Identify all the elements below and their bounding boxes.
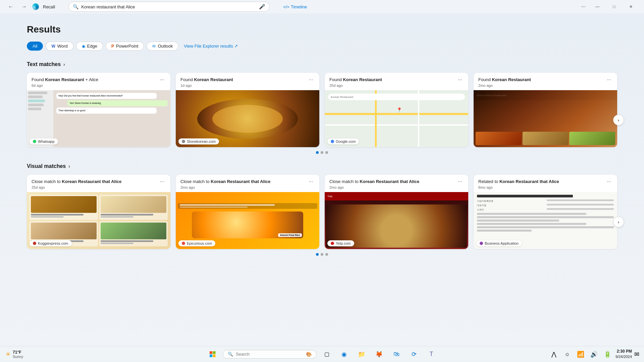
card-title-3: Found Korean Restaurant [329,77,382,83]
text-match-card-1[interactable]: Found Korean Restaurant + Alice 6d ago ·… [27,73,170,147]
weather-temp: 71°F [13,350,23,355]
card-menu-btn-3[interactable]: ··· [457,77,464,83]
card-header-1: Found Korean Restaurant + Alice 6d ago ·… [27,73,170,90]
weather-widget: ☀ 71°F Sunny [5,350,23,359]
vm-card-menu-btn-2[interactable]: ··· [308,179,315,185]
map-road-h1 [325,113,468,115]
vm-card-title-4: Related to Korean Restaurant that Alice [478,179,559,185]
card-menu-btn-1[interactable]: ··· [159,77,166,83]
chevron-up-button[interactable]: ⋀ [548,348,559,361]
copilot-icon: 🎨 [306,352,312,357]
vm-card-header-1: Close match to Korean Restaurant that Al… [27,175,170,192]
more-options-button[interactable]: ··· [579,2,588,11]
menu-item-4 [99,221,168,246]
word-label: Word [57,44,68,49]
taskbar-left: ☀ 71°F Sunny [5,350,27,359]
windows-icon [210,351,216,357]
taskbar-search[interactable]: 🔍 🎨 [223,350,317,359]
card-badge-1: Whatsapp [30,138,58,144]
brightness-button[interactable]: ☼ [562,348,573,361]
start-button[interactable] [205,348,220,361]
doc-line-3 [477,220,559,222]
vm-card-badge-1: Koggiexpress.com [30,240,72,246]
firefox-icon: 🦊 [375,351,383,358]
timeline-button[interactable]: </> Timeline [283,4,307,9]
wa-bubble-1: Hey! Did you find that Korean restaurant… [56,93,157,99]
card-badge-3: Google.com [327,138,359,144]
doc-line-2 [477,216,614,218]
vm-card-title-2: Close match to Korean Restaurant that Al… [180,179,270,185]
edge2-button[interactable]: ⟳ [407,348,421,361]
card-menu-btn-2[interactable]: ··· [308,77,315,83]
vm-card-time-3: 2mo ago [329,185,419,189]
microphone-button[interactable]: 🎤 [259,4,265,10]
taskbar-center: 🔍 🎨 ▢ ◉ 📁 🦊 🛍 ⟳ T [205,348,439,361]
vm-card-time-1: 25d ago [32,185,121,189]
card-screenshot-4: Stone Korean Restaurant [474,90,617,147]
badge-label-2: Stonekorean.com [187,139,216,143]
vm-card-title-1: Close match to Korean Restaurant that Al… [32,179,121,185]
powerpoint-label: PowerPoint [116,44,138,49]
volume-button[interactable]: 🔊 [589,348,599,361]
text-match-card-4[interactable]: Found Korean Restaurant 2mo ago ··· Ston… [474,73,617,147]
maximize-button[interactable]: □ [606,1,622,12]
file-explorer-link[interactable]: View File Explorer results ↗ [184,44,238,49]
filter-all[interactable]: All [27,42,43,51]
search-bar[interactable]: 🔍 🎤 [68,2,270,12]
network-button[interactable]: 📶 [575,348,586,361]
taskbar-search-input[interactable] [236,352,303,357]
visual-match-card-3[interactable]: Close match to Korean Restaurant that Al… [325,175,468,249]
filter-tabs: All W Word ◉ Edge P PowerPoint ✉ Outlook… [27,42,617,51]
card-badge-2: Stonekorean.com [178,138,219,144]
visual-match-card-1[interactable]: Close match to Korean Restaurant that Al… [27,175,170,249]
card-menu-btn-4[interactable]: ··· [605,77,612,83]
battery-button[interactable]: 🔋 [602,348,613,361]
visual-matches-grid: Close match to Korean Restaurant that Al… [27,175,617,249]
firefox-button[interactable]: 🦊 [372,348,386,361]
visual-matches-cards-wrapper: Close match to Korean Restaurant that Al… [27,175,617,249]
visual-matches-next-button[interactable]: › [613,217,624,227]
search-input[interactable] [81,4,256,9]
back-button[interactable]: ← [5,1,16,12]
card-info-2: Found Korean Restaurant 1d ago [180,77,233,87]
file-explorer-taskbar-button[interactable]: 📁 [354,348,369,361]
edge-taskbar-icon: ◉ [341,351,347,358]
doc-header [477,195,573,197]
system-clock[interactable]: 2:30 PM 9/24/2024 [615,349,632,359]
close-button[interactable]: ✕ [623,1,639,12]
vm-badge-label-3: Yelp.com [336,241,351,245]
vm-badge-label-4: Business Application [485,241,519,245]
text-match-card-2[interactable]: Found Korean Restaurant 1d ago ··· [176,73,319,147]
filter-powerpoint[interactable]: P PowerPoint [106,42,144,51]
teams-button[interactable]: T [424,348,439,361]
filter-edge[interactable]: ◉ Edge [76,42,103,51]
edge-taskbar-button[interactable]: ◉ [337,348,352,361]
vm-card-header-3: Close match to Korean Restaurant that Al… [325,175,468,192]
vm-card-menu-btn-3[interactable]: ··· [457,179,464,185]
text-matches-header[interactable]: Text matches › [27,61,617,67]
text-matches-next-button[interactable]: › [613,115,624,125]
word-icon: W [51,44,55,49]
badge-dot-2 [182,140,185,143]
teams-icon: T [430,351,433,358]
minimize-button[interactable]: — [590,1,605,12]
vm-card-time-2: 2mo ago [180,185,270,189]
task-view-button[interactable]: ▢ [319,348,334,361]
dot-1-active [316,151,319,154]
filter-word[interactable]: W Word [46,42,73,51]
forward-button[interactable]: → [19,1,30,12]
visual-match-card-4[interactable]: Related to Korean Restaurant that Alice … [474,175,617,249]
text-match-card-3[interactable]: Found Korean Restaurant 25d ago ··· 📍 [325,73,468,147]
visual-match-card-2[interactable]: Close match to Korean Restaurant that Al… [176,175,319,249]
filter-outlook[interactable]: ✉ Outlook [147,42,178,51]
svg-rect-3 [213,354,216,357]
vm-card-menu-btn-4[interactable]: ··· [605,179,612,185]
store-button[interactable]: 🛍 [389,348,404,361]
vm-card-menu-btn-1[interactable]: ··· [159,179,166,185]
vm-badge-dot-4 [480,242,483,245]
restaurant-screenshot: Stone Korean Restaurant [474,90,617,147]
clock-date: 9/24/2024 [615,354,632,359]
visual-matches-header[interactable]: Visual matches › [27,163,617,169]
notification-button[interactable]: ✉ [635,348,639,361]
clock-time: 2:30 PM [615,349,632,354]
